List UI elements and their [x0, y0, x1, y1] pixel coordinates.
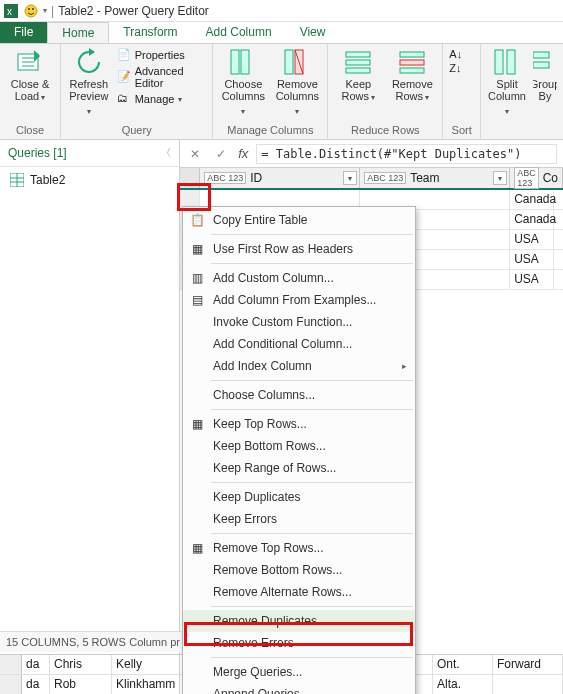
- grid-header: ABC 123 ID ▾ ABC 123 Team ▾ ABC 123 Co: [180, 168, 563, 190]
- cell[interactable]: Rob: [50, 675, 112, 694]
- tab-file[interactable]: File: [0, 22, 47, 43]
- split-column-icon: [493, 48, 521, 76]
- menu-add-conditional-column[interactable]: Add Conditional Column...: [183, 333, 415, 355]
- formula-bar: ✕ ✓ fx = Table.Distinct(#"Kept Duplicate…: [180, 140, 563, 168]
- menu-label: Add Conditional Column...: [213, 337, 352, 351]
- queries-header[interactable]: Queries [1] 〈: [0, 140, 179, 167]
- chevron-left-icon[interactable]: 〈: [161, 146, 171, 160]
- title-separator: |: [51, 4, 54, 18]
- advanced-editor-button[interactable]: 📝Advanced Editor: [117, 65, 207, 89]
- menu-remove-alternate-rows[interactable]: Remove Alternate Rows...: [183, 581, 415, 603]
- menu-remove-duplicates[interactable]: Remove Duplicates: [183, 610, 415, 632]
- keep-rows-icon: [344, 48, 372, 76]
- cell-co[interactable]: USA: [510, 230, 554, 249]
- menu-use-first-row-headers[interactable]: ▦Use First Row as Headers: [183, 238, 415, 260]
- fx-icon[interactable]: fx: [238, 146, 248, 161]
- close-and-load-button[interactable]: Close & Load: [6, 48, 54, 104]
- filter-dropdown-icon[interactable]: ▾: [343, 171, 357, 185]
- menu-label: Keep Duplicates: [213, 490, 300, 504]
- svg-rect-7: [241, 50, 249, 74]
- excel-icon: x: [3, 3, 19, 19]
- group-reduce-rows-label: Reduce Rows: [334, 123, 436, 137]
- properties-button[interactable]: 📄Properties: [117, 48, 207, 62]
- tab-home[interactable]: Home: [47, 22, 109, 43]
- query-item-table2[interactable]: Table2: [0, 167, 179, 193]
- status-bar: 15 COLUMNS, 5 ROWS Column pr: [0, 631, 186, 652]
- smiley-icon[interactable]: [23, 3, 39, 19]
- manage-button[interactable]: 🗂Manage ▾: [117, 92, 207, 106]
- cell[interactable]: Forward: [493, 655, 563, 674]
- menu-label: Remove Duplicates: [213, 614, 317, 628]
- menu-invoke-custom-function[interactable]: Invoke Custom Function...: [183, 311, 415, 333]
- menu-keep-bottom-rows[interactable]: Keep Bottom Rows...: [183, 435, 415, 457]
- cancel-icon[interactable]: ✕: [186, 145, 204, 163]
- tab-view[interactable]: View: [286, 22, 340, 43]
- row-index[interactable]: [0, 675, 22, 694]
- examples-icon: ▤: [189, 292, 205, 308]
- svg-rect-8: [285, 50, 293, 74]
- menu-remove-bottom-rows[interactable]: Remove Bottom Rows...: [183, 559, 415, 581]
- column-header-team[interactable]: ABC 123 Team ▾: [360, 168, 510, 188]
- remove-columns-button[interactable]: Remove Columns: [273, 48, 321, 118]
- menu-merge-queries[interactable]: Merge Queries...: [183, 661, 415, 683]
- menu-remove-errors[interactable]: Remove Errors: [183, 632, 415, 654]
- cell[interactable]: da: [22, 675, 50, 694]
- menu-label: Remove Errors: [213, 636, 294, 650]
- menu-add-custom-column[interactable]: ▥Add Custom Column...: [183, 267, 415, 289]
- menu-keep-duplicates[interactable]: Keep Duplicates: [183, 486, 415, 508]
- cell[interactable]: [493, 675, 563, 694]
- cell[interactable]: Alta.: [433, 675, 493, 694]
- group-by-button[interactable]: Group By: [533, 48, 557, 102]
- group-by-label: Group By: [533, 78, 557, 102]
- cell-co[interactable]: USA: [510, 250, 554, 269]
- refresh-icon: [75, 48, 103, 76]
- manage-label: Manage: [135, 93, 175, 105]
- ribbon: Close & Load Close Refresh Preview 📄Prop…: [0, 44, 563, 140]
- refresh-preview-button[interactable]: Refresh Preview: [67, 48, 111, 118]
- menu-keep-errors[interactable]: Keep Errors: [183, 508, 415, 530]
- group-manage-columns-label: Manage Columns: [219, 123, 321, 137]
- menu-label: Keep Bottom Rows...: [213, 439, 326, 453]
- formula-input[interactable]: = Table.Distinct(#"Kept Duplicates"): [256, 144, 557, 164]
- menu-add-index-column[interactable]: Add Index Column▸: [183, 355, 415, 377]
- cell-co[interactable]: Canada: [510, 190, 554, 209]
- menu-keep-top-rows[interactable]: ▦Keep Top Rows...: [183, 413, 415, 435]
- cell[interactable]: da: [22, 655, 50, 674]
- cell-co[interactable]: USA: [510, 270, 554, 289]
- split-column-button[interactable]: Split Column: [487, 48, 527, 118]
- datatype-icon[interactable]: ABC 123: [364, 172, 406, 184]
- filter-dropdown-icon[interactable]: ▾: [493, 171, 507, 185]
- split-column-label: Split Column: [487, 78, 527, 118]
- keep-rows-button[interactable]: Keep Rows: [334, 48, 382, 104]
- qat-dropdown-icon[interactable]: ▾: [43, 6, 47, 15]
- menu-label: Remove Alternate Rows...: [213, 585, 352, 599]
- datatype-icon[interactable]: ABC 123: [514, 167, 539, 189]
- menu-keep-range-rows[interactable]: Keep Range of Rows...: [183, 457, 415, 479]
- row-index[interactable]: [0, 655, 22, 674]
- menu-label: Append Queries...: [213, 687, 310, 694]
- tab-transform[interactable]: Transform: [109, 22, 191, 43]
- cell[interactable]: Chris: [50, 655, 112, 674]
- query-item-label: Table2: [30, 173, 65, 187]
- table-context-menu: 📋Copy Entire Table ▦Use First Row as Hea…: [182, 206, 416, 694]
- cell-co[interactable]: Canada: [510, 210, 554, 229]
- properties-label: Properties: [135, 49, 185, 61]
- menu-append-queries[interactable]: Append Queries...: [183, 683, 415, 694]
- choose-columns-button[interactable]: Choose Columns: [219, 48, 267, 118]
- table-corner-button[interactable]: [180, 168, 200, 188]
- menu-copy-entire-table[interactable]: 📋Copy Entire Table: [183, 209, 415, 231]
- menu-remove-top-rows[interactable]: ▦Remove Top Rows...: [183, 537, 415, 559]
- menu-choose-columns[interactable]: Choose Columns...: [183, 384, 415, 406]
- sort-asc-button[interactable]: A↓: [449, 48, 462, 60]
- accept-icon[interactable]: ✓: [212, 145, 230, 163]
- datatype-icon[interactable]: ABC 123: [204, 172, 246, 184]
- group-sort: A↓ Z↓ Sort: [443, 44, 481, 139]
- tab-add-column[interactable]: Add Column: [192, 22, 286, 43]
- menu-add-column-from-examples[interactable]: ▤Add Column From Examples...: [183, 289, 415, 311]
- refresh-label: Refresh Preview: [67, 78, 111, 118]
- remove-rows-button[interactable]: Remove Rows: [388, 48, 436, 104]
- sort-desc-button[interactable]: Z↓: [449, 62, 461, 74]
- column-header-id[interactable]: ABC 123 ID ▾: [200, 168, 360, 188]
- cell[interactable]: Ont.: [433, 655, 493, 674]
- column-header-co[interactable]: ABC 123 Co: [510, 168, 563, 188]
